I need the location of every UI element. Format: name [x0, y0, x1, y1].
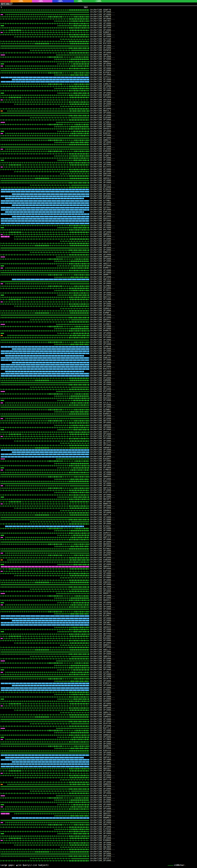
hit-bar-segment[interactable]: [12, 193, 89, 195]
hit-bar-segment[interactable]: [73, 790, 89, 792]
hit-bar-segment[interactable]: [69, 505, 89, 507]
hit-bar-segment[interactable]: [12, 685, 89, 686]
hit-bar-segment[interactable]: [71, 530, 89, 531]
hit-label[interactable]: UniRef100_UP1000...: [90, 860, 115, 862]
hit-bar-segment[interactable]: [1, 784, 3, 785]
hit-bar-segment[interactable]: [74, 56, 89, 58]
hit-bar-segment[interactable]: [1, 189, 89, 190]
hit-bar-segment[interactable]: [35, 43, 49, 44]
hit-bar-segment[interactable]: [73, 602, 89, 603]
hit-bar-segment[interactable]: [74, 797, 89, 799]
hit-bar-segment[interactable]: [69, 633, 89, 635]
hit-bar-segment[interactable]: [73, 631, 89, 632]
hit-bar-segment[interactable]: [48, 611, 62, 613]
hit-bar-segment[interactable]: [9, 703, 21, 705]
hit-bar-segment[interactable]: [74, 745, 89, 747]
hit-bar-segment[interactable]: [69, 599, 89, 601]
hit-bar-segment[interactable]: [70, 103, 89, 105]
hit-bar-segment[interactable]: [69, 591, 89, 592]
hit-bar-segment[interactable]: [69, 494, 89, 496]
hit-bar-segment[interactable]: [1, 406, 89, 408]
hit-bar-segment[interactable]: [71, 799, 89, 801]
hit-bar-segment[interactable]: [35, 582, 49, 583]
hit-bar-segment[interactable]: [74, 488, 89, 489]
hit-bar-segment[interactable]: [69, 523, 89, 525]
hit-bar-segment[interactable]: [73, 534, 89, 536]
hit-bar-segment[interactable]: [69, 398, 89, 399]
hit-bar-segment[interactable]: [71, 88, 89, 89]
hit-bar-segment[interactable]: [4, 166, 89, 168]
hit-bar-segment[interactable]: [74, 326, 89, 327]
hit-bar-segment[interactable]: [1, 676, 89, 677]
hit-bar-segment[interactable]: [1, 191, 89, 192]
hit-bar-segment[interactable]: [1, 517, 89, 518]
hit-bar-segment[interactable]: [9, 636, 21, 637]
hit-bar-segment[interactable]: [70, 716, 89, 718]
hit-bar-segment[interactable]: [69, 856, 89, 857]
hit-bar-segment[interactable]: [1, 368, 89, 370]
hit-bar-segment[interactable]: [1, 66, 3, 66]
hit-bar-segment[interactable]: [74, 124, 89, 125]
hit-bar-segment[interactable]: [69, 667, 89, 669]
hit-bar-segment[interactable]: [1, 333, 4, 334]
hit-bar-segment[interactable]: [1, 786, 89, 787]
hit-bar-segment[interactable]: [48, 488, 62, 489]
hit-bar-segment[interactable]: [69, 263, 89, 265]
hit-bar-segment[interactable]: [69, 229, 89, 230]
hit-bar-segment[interactable]: [71, 694, 89, 695]
hit-bar-segment[interactable]: [74, 16, 89, 18]
hit-bar-segment[interactable]: [1, 335, 3, 336]
hit-bar-segment[interactable]: [70, 559, 89, 561]
hit-bar-segment[interactable]: [1, 70, 89, 71]
hit-bar-segment[interactable]: [9, 164, 21, 166]
hit-bar-segment[interactable]: [1, 133, 3, 134]
hit-bar-segment[interactable]: [73, 92, 89, 94]
hit-bar-segment[interactable]: [74, 140, 89, 141]
hit-bar-segment[interactable]: [1, 55, 5, 55]
hit-bar-segment[interactable]: [70, 575, 89, 577]
hit-bar-segment[interactable]: [69, 490, 89, 491]
hit-bar-segment[interactable]: [1, 670, 4, 670]
hit-bar-segment[interactable]: [48, 745, 62, 747]
hit-bar-segment[interactable]: [48, 16, 62, 18]
hit-bar-segment[interactable]: [71, 665, 89, 666]
hit-bar-segment[interactable]: [73, 833, 89, 834]
hit-bar-segment[interactable]: [69, 445, 89, 446]
hit-bar-segment[interactable]: [56, 122, 89, 123]
hit-bar-segment[interactable]: [69, 119, 89, 121]
hit-bar-segment[interactable]: [1, 564, 4, 565]
hit-bar-segment[interactable]: [1, 366, 89, 368]
hit-bar-segment[interactable]: [69, 640, 89, 641]
hit-bar-segment[interactable]: [1, 418, 3, 419]
hit-bar-segment[interactable]: [70, 822, 89, 823]
hit-bar-segment[interactable]: [60, 241, 89, 242]
hit-bar-segment[interactable]: [71, 546, 89, 547]
hit-bar-segment[interactable]: [69, 292, 89, 294]
hit-bar-segment[interactable]: [4, 32, 89, 33]
hit-bar-segment[interactable]: [48, 678, 62, 680]
hit-bar-segment[interactable]: [70, 485, 89, 487]
hit-bar-segment[interactable]: [70, 335, 89, 336]
hit-bar-segment[interactable]: [1, 615, 89, 617]
hit-bar-segment[interactable]: [69, 831, 89, 832]
hit-bar-segment[interactable]: [73, 698, 89, 700]
hit-bar-segment[interactable]: [71, 155, 89, 157]
hit-bar-segment[interactable]: [1, 584, 89, 585]
hit-bar-segment[interactable]: [1, 32, 3, 33]
hit-bar-segment[interactable]: [35, 716, 49, 718]
hit-bar-segment[interactable]: [71, 411, 89, 412]
hit-bar-segment[interactable]: [69, 243, 89, 244]
hit-bar-segment[interactable]: [71, 680, 89, 682]
hit-bar-segment[interactable]: [1, 728, 5, 729]
hit-bar-segment[interactable]: [1, 200, 89, 202]
hit-bar-segment[interactable]: [74, 84, 89, 85]
hit-bar-segment[interactable]: [70, 97, 89, 98]
hit-bar-segment[interactable]: [1, 359, 89, 361]
hit-bar-segment[interactable]: [69, 61, 89, 63]
hit-bar-segment[interactable]: [5, 355, 84, 356]
hit-bar-segment[interactable]: [1, 99, 3, 100]
hit-bar-segment[interactable]: [1, 111, 3, 112]
hit-bar-segment[interactable]: [74, 528, 89, 529]
hit-bar-segment[interactable]: [1, 339, 89, 341]
hit-bar-segment[interactable]: [69, 707, 89, 709]
